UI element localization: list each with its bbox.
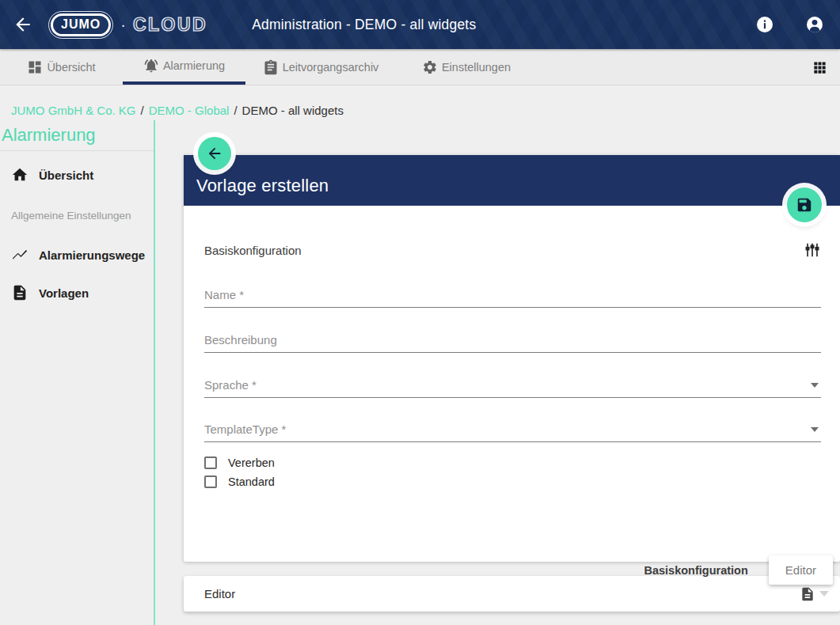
breadcrumb: JUMO GmbH & Co. KG/DEMO - Global/DEMO - …	[0, 86, 840, 117]
section-title: Basiskonfiguration	[204, 244, 302, 257]
back-fab-button[interactable]	[198, 137, 231, 170]
account-icon[interactable]	[805, 15, 824, 34]
clipboard-icon	[263, 59, 279, 75]
templatetype-select[interactable]: TemplateType *	[204, 422, 821, 442]
tab-einstellungen[interactable]: Einstellungen	[396, 49, 537, 85]
tab-label: Einstellungen	[442, 61, 511, 74]
breadcrumb-link-tenant[interactable]: DEMO - Global	[149, 104, 230, 117]
sidebar-item-uebersicht[interactable]: Übersicht	[0, 164, 154, 186]
tab-leitvorgangsarchiv[interactable]: Leitvorgangsarchiv	[245, 49, 396, 85]
breadcrumb-separator: /	[234, 104, 237, 117]
breadcrumb-current: DEMO - all widgets	[242, 104, 344, 117]
save-floppy-icon	[796, 196, 813, 214]
tab-label: Übersicht	[47, 61, 95, 74]
jumo-cloud-logo: JUMO · CLOUD	[51, 13, 207, 36]
info-icon[interactable]	[755, 15, 774, 34]
sidebar-heading: Alarmierung	[2, 125, 96, 146]
tab-label: Leitvorgangsarchiv	[283, 61, 379, 74]
sidebar-divider	[0, 150, 154, 151]
beschreibung-input[interactable]	[204, 333, 821, 353]
editor-step-button[interactable]: Editor	[769, 555, 833, 585]
apps-grid-icon[interactable]	[812, 60, 827, 75]
select-label: Sprache *	[204, 378, 257, 392]
chevron-down-icon	[811, 427, 819, 432]
breadcrumb-link-company[interactable]: JUMO GmbH & Co. KG	[11, 104, 136, 117]
document-icon	[11, 284, 29, 301]
dashboard-icon	[27, 59, 43, 75]
tab-bar: Übersicht Alarmierung Leitvorgangsarchiv…	[0, 49, 840, 85]
jumo-logo-text: JUMO	[51, 13, 111, 36]
name-input[interactable]	[204, 288, 821, 308]
panel-footer: Basiskonfiguration Editor	[644, 555, 833, 585]
sidebar-item-label: Alarmierungswege	[39, 248, 145, 262]
breadcrumb-separator: /	[141, 104, 144, 117]
sidebar-item-label: Übersicht	[39, 169, 93, 182]
panel-header: Vorlage erstellen	[184, 155, 840, 206]
panel-title: Vorlage erstellen	[196, 176, 329, 196]
vererben-checkbox-row[interactable]: Vererben	[204, 453, 821, 472]
chevron-down-icon	[811, 383, 819, 388]
vererben-checkbox[interactable]	[204, 456, 217, 469]
cloud-logo-text: CLOUD	[133, 14, 207, 36]
back-arrow-icon[interactable]	[13, 14, 33, 35]
bell-ring-icon	[143, 58, 159, 74]
tab-label: Alarmierung	[163, 59, 225, 72]
sidebar: Alarmierung Übersicht Allgemeine Einstel…	[0, 120, 155, 625]
panel-body: Basiskonfiguration Sprache * TemplateTyp…	[184, 241, 840, 597]
checkbox-label: Vererben	[228, 456, 275, 469]
vorlage-erstellen-panel: Vorlage erstellen Basiskonfiguration Spr…	[184, 155, 840, 562]
sprache-select[interactable]: Sprache *	[204, 378, 821, 398]
basiskonfiguration-section-row: Basiskonfiguration	[204, 241, 821, 259]
sidebar-section-label: Allgemeine Einstellungen	[11, 210, 131, 222]
home-icon	[11, 166, 29, 184]
sidebar-item-label: Vorlagen	[39, 286, 89, 300]
page-title: Administration - DEMO - all widgets	[252, 17, 476, 33]
tab-alarmierung[interactable]: Alarmierung	[123, 49, 245, 85]
basiskonfiguration-step-button[interactable]: Basiskonfiguration	[644, 564, 747, 577]
arrow-left-icon	[206, 145, 223, 162]
checkbox-label: Standard	[228, 475, 275, 488]
logo-dot: ·	[120, 17, 126, 32]
app-bar-actions	[755, 15, 824, 34]
jumo-cloud-admin-screen: JUMO · CLOUD Administration - DEMO - all…	[0, 0, 840, 625]
select-label: TemplateType *	[204, 422, 286, 436]
standard-checkbox-row[interactable]: Standard	[204, 472, 821, 491]
sidebar-item-vorlagen[interactable]: Vorlagen	[0, 282, 154, 304]
tab-uebersicht[interactable]: Übersicht	[0, 49, 123, 85]
trending-line-icon	[11, 246, 29, 263]
tune-sliders-icon[interactable]	[804, 241, 821, 259]
sidebar-item-alarmierungswege[interactable]: Alarmierungswege	[0, 244, 154, 266]
save-fab-button[interactable]	[787, 188, 822, 222]
standard-checkbox[interactable]	[204, 475, 217, 488]
gear-icon	[422, 59, 438, 75]
app-bar: JUMO · CLOUD Administration - DEMO - all…	[0, 0, 840, 49]
